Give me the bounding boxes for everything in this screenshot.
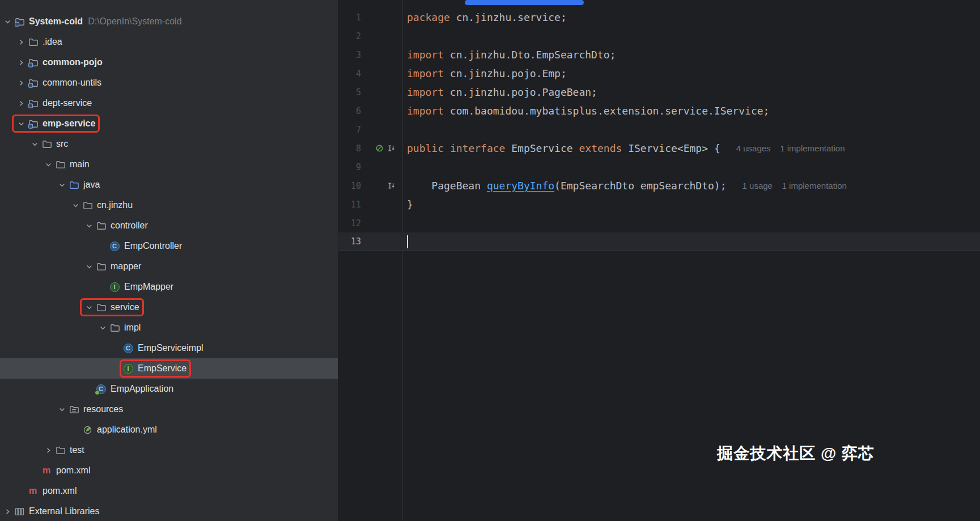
line-number: 1 <box>338 12 361 23</box>
module-folder-icon <box>27 57 39 68</box>
tree-item-content: .idea <box>15 32 67 52</box>
code-line-9[interactable]: 9 <box>338 158 980 176</box>
spring-bean-icon[interactable] <box>375 144 384 153</box>
tree-item-empapplication[interactable]: CEmpApplication <box>0 379 338 399</box>
tree-item-content: External Libraries <box>1 501 104 521</box>
module-folder-icon <box>14 16 25 27</box>
class-icon: C <box>122 342 134 354</box>
tree-item-main[interactable]: main <box>0 154 338 175</box>
chevron-right-icon[interactable] <box>15 59 27 66</box>
editor-gutter: 3 <box>338 45 402 64</box>
code-line-13[interactable]: 13 <box>338 232 980 251</box>
tree-item-system-cold[interactable]: System-coldD:\OpenIn\System-cold <box>0 11 338 32</box>
tree-item-application-yml[interactable]: application.yml <box>0 420 338 440</box>
implemented-icon[interactable] <box>387 144 396 153</box>
tree-item-content: application.yml <box>82 420 162 440</box>
chevron-right-icon[interactable] <box>1 508 14 515</box>
line-number: 9 <box>338 162 361 172</box>
tree-item-empmapper[interactable]: IEmpMapper <box>0 277 338 297</box>
tree-item-content: common-pojo <box>15 52 107 73</box>
tree-item-label: EmpController <box>124 241 182 251</box>
chevron-down-icon[interactable] <box>42 161 54 168</box>
tree-item-label: EmpMapper <box>124 282 173 292</box>
chevron-down-icon[interactable] <box>83 263 95 270</box>
maven-icon: m <box>41 465 52 476</box>
interface-icon: I <box>109 281 120 293</box>
usages-hint[interactable]: 4 usages 1 implementation <box>736 143 845 153</box>
tree-item-idea[interactable]: .idea <box>0 32 338 52</box>
tree-item-controller[interactable]: controller <box>0 215 338 236</box>
code-editor[interactable]: 1package cn.jinzhu.service;23import cn.j… <box>338 0 980 251</box>
tree-item-content: impl <box>96 317 145 338</box>
tree-item-pom-xml[interactable]: mpom.xml <box>0 460 338 481</box>
tree-item-mapper[interactable]: mapper <box>0 256 338 277</box>
code-line-1[interactable]: 1package cn.jinzhu.service; <box>338 8 980 27</box>
implemented-icon[interactable] <box>387 181 396 190</box>
tree-item-content: controller <box>83 215 152 236</box>
code-line-5[interactable]: 5import cn.jinzhu.pojo.PageBean; <box>338 83 980 101</box>
package-icon <box>95 261 107 272</box>
tree-item-content: test <box>42 440 89 460</box>
editor-gutter: 6 <box>338 101 402 120</box>
tree-item-content: common-untils <box>15 73 106 93</box>
tree-item-emp-service[interactable]: emp-service <box>0 113 338 134</box>
editor-gutter: 8 <box>338 139 402 158</box>
tree-item-common-pojo[interactable]: common-pojo <box>0 52 338 73</box>
text-caret <box>407 235 408 248</box>
folder-icon <box>27 36 39 48</box>
tree-item-test[interactable]: test <box>0 440 338 460</box>
editor-gutter: 5 <box>338 83 402 101</box>
code-line-8[interactable]: 8public interface EmpService extends ISe… <box>338 139 980 158</box>
usages-hint[interactable]: 1 usage 1 implementation <box>743 181 847 190</box>
tree-item-impl[interactable]: impl <box>0 317 338 338</box>
tree-item-label: controller <box>111 221 148 231</box>
code-line-2[interactable]: 2 <box>338 27 980 45</box>
chevron-down-icon[interactable] <box>28 141 41 148</box>
tree-item-java[interactable]: java <box>0 175 338 195</box>
chevron-right-icon[interactable] <box>15 79 27 87</box>
line-number: 12 <box>338 218 361 228</box>
code-line-7[interactable]: 7 <box>338 120 980 139</box>
chevron-right-icon[interactable] <box>15 39 27 46</box>
code-line-12[interactable]: 12 <box>338 214 980 232</box>
chevron-down-icon[interactable] <box>69 202 82 209</box>
tree-item-common-untils[interactable]: common-untils <box>0 73 338 93</box>
code-line-10[interactable]: 10 PageBean queryByInfo(EmpSearchDto emp… <box>338 176 980 195</box>
chevron-down-icon[interactable] <box>1 18 14 26</box>
line-number: 4 <box>338 69 361 79</box>
tree-item-service[interactable]: service <box>0 297 338 317</box>
code-line-11[interactable]: 11} <box>338 195 980 214</box>
tree-item-external-libraries[interactable]: External Libraries <box>0 501 338 521</box>
tree-item-dept-service[interactable]: dept-service <box>0 93 338 113</box>
chevron-down-icon[interactable] <box>56 181 68 189</box>
tree-item-label: pom.xml <box>56 465 90 476</box>
chevron-down-icon[interactable] <box>15 120 27 128</box>
chevron-down-icon[interactable] <box>83 304 95 311</box>
tree-item-path: D:\OpenIn\System-cold <box>88 16 181 27</box>
interface-icon: I <box>122 363 134 374</box>
watermark-text: 掘金技术社区 @ 弈芯 <box>717 443 875 464</box>
code-line-3[interactable]: 3import cn.jinzhu.Dto.EmpSearchDto; <box>338 45 980 64</box>
chevron-right-icon[interactable] <box>42 447 54 454</box>
editor-gutter: 10 <box>338 176 402 195</box>
chevron-right-icon[interactable] <box>15 100 27 107</box>
tree-item-cn-jinzhu[interactable]: cn.jinzhu <box>0 195 338 215</box>
chevron-down-icon[interactable] <box>96 324 109 332</box>
chevron-down-icon[interactable] <box>56 406 68 413</box>
editor-panel: 1package cn.jinzhu.service;23import cn.j… <box>338 0 980 521</box>
tree-item-content: CEmpServiceimpl <box>122 338 208 358</box>
tree-item-empservice[interactable]: IEmpService <box>0 358 338 379</box>
tree-item-pom-xml[interactable]: mpom.xml <box>0 481 338 501</box>
tree-item-label: application.yml <box>97 425 157 435</box>
tree-item-src[interactable]: src <box>0 134 338 154</box>
chevron-down-icon[interactable] <box>83 222 95 230</box>
tree-item-label: dept-service <box>43 98 92 108</box>
code-line-6[interactable]: 6import com.baomidou.mybatisplus.extensi… <box>338 101 980 120</box>
code-line-4[interactable]: 4import cn.jinzhu.pojo.Emp; <box>338 64 980 83</box>
gutter-icons <box>361 181 402 190</box>
code-text: PageBean queryByInfo(EmpSearchDto empSea… <box>402 180 847 192</box>
tree-item-empserviceimpl[interactable]: CEmpServiceimpl <box>0 338 338 358</box>
tree-item-empcontroller[interactable]: CEmpController <box>0 236 338 256</box>
tree-item-resources[interactable]: resources <box>0 399 338 420</box>
tree-item-label: common-untils <box>43 78 101 88</box>
